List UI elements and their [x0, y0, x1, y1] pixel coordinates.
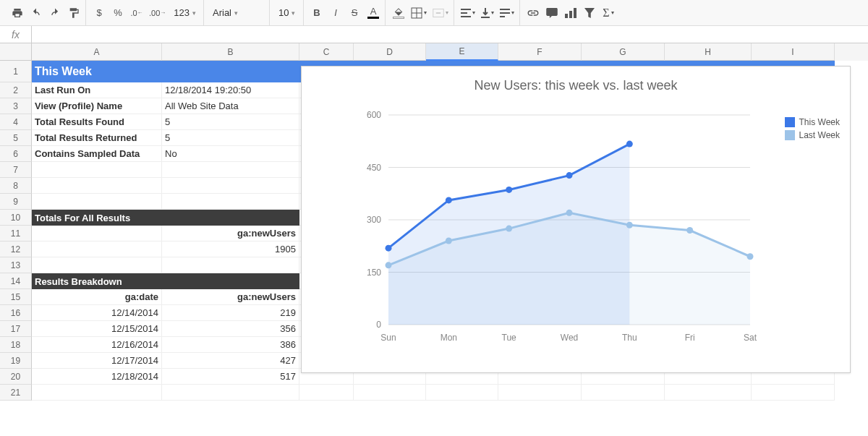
cell[interactable]: ga:newUsers — [162, 226, 299, 241]
col-header-H[interactable]: H — [665, 43, 752, 61]
cell[interactable] — [582, 385, 665, 401]
row-header-11[interactable]: 11 — [0, 226, 32, 241]
col-header-C[interactable]: C — [299, 43, 354, 61]
cell[interactable] — [665, 385, 752, 401]
percent-icon[interactable]: % — [109, 4, 127, 22]
col-header-I[interactable]: I — [752, 43, 835, 61]
cell[interactable] — [32, 385, 162, 401]
cell[interactable]: 12/16/2014 — [32, 337, 162, 353]
paint-format-icon[interactable] — [65, 4, 82, 22]
row-header-7[interactable]: 7 — [0, 162, 32, 178]
cell[interactable]: 427 — [162, 353, 299, 369]
cell[interactable] — [32, 226, 162, 241]
cell[interactable]: Contains Sampled Data — [32, 146, 162, 162]
cell[interactable] — [162, 385, 299, 401]
merge-cells-icon[interactable]: ▾ — [430, 4, 451, 22]
col-header-D[interactable]: D — [354, 43, 426, 61]
row-header-2[interactable]: 2 — [0, 82, 32, 98]
cell[interactable] — [498, 385, 582, 401]
cell[interactable] — [162, 178, 299, 194]
col-header-E[interactable]: E — [426, 43, 498, 61]
row-header-5[interactable]: 5 — [0, 130, 32, 146]
row-header-13[interactable]: 13 — [0, 257, 32, 273]
text-wrap-icon[interactable]: ▾ — [498, 4, 516, 22]
cell[interactable]: Last Run On — [32, 82, 162, 98]
cell[interactable]: 12/15/2014 — [32, 321, 162, 337]
cell[interactable]: Total Results Found — [32, 114, 162, 130]
cell[interactable]: 5 — [162, 130, 299, 146]
cell[interactable]: 5 — [162, 114, 299, 130]
link-icon[interactable] — [524, 4, 542, 22]
row-header-4[interactable]: 4 — [0, 114, 32, 130]
comment-icon[interactable] — [543, 4, 561, 22]
cell[interactable]: Totals For All Results — [32, 210, 299, 226]
col-header-A[interactable]: A — [32, 43, 162, 61]
font-size-select[interactable]: 10▾ — [274, 4, 300, 22]
chart-icon[interactable] — [562, 4, 579, 22]
cell[interactable]: 12/14/2014 — [32, 305, 162, 321]
borders-icon[interactable]: ▾ — [409, 4, 429, 22]
number-format-select[interactable]: 123▾ — [169, 4, 200, 22]
col-header-G[interactable]: G — [582, 43, 665, 61]
cell[interactable]: View (Profile) Name — [32, 98, 162, 114]
functions-icon[interactable]: Σ▾ — [600, 4, 617, 22]
row-header-16[interactable]: 16 — [0, 305, 32, 321]
print-icon[interactable] — [9, 4, 26, 22]
font-select[interactable]: Arial▾ — [208, 4, 266, 22]
h-align-icon[interactable]: ▾ — [459, 4, 477, 22]
cell[interactable] — [162, 162, 299, 178]
chart[interactable]: New Users: this week vs. last week 01503… — [301, 66, 851, 373]
cell[interactable]: 219 — [162, 305, 299, 321]
cell[interactable]: 1905 — [162, 241, 299, 257]
cell[interactable]: ga:newUsers — [162, 289, 299, 305]
row-header-17[interactable]: 17 — [0, 321, 32, 337]
cell[interactable] — [32, 178, 162, 194]
italic-icon[interactable]: I — [327, 4, 344, 22]
row-header-21[interactable]: 21 — [0, 385, 32, 401]
row-header-20[interactable]: 20 — [0, 369, 32, 385]
cell[interactable]: ga:date — [32, 289, 162, 305]
cell[interactable]: 12/18/2014 19:20:50 — [162, 82, 299, 98]
row-header-1[interactable]: 1 — [0, 61, 32, 82]
cell[interactable]: No — [162, 146, 299, 162]
cell[interactable] — [299, 385, 354, 401]
filter-icon[interactable] — [581, 4, 598, 22]
undo-icon[interactable] — [27, 4, 45, 22]
cell[interactable] — [426, 385, 498, 401]
row-header-14[interactable]: 14 — [0, 273, 32, 289]
col-header-F[interactable]: F — [498, 43, 582, 61]
fill-color-icon[interactable] — [390, 4, 407, 22]
bold-icon[interactable]: B — [308, 4, 326, 22]
text-color-icon[interactable]: A — [365, 4, 382, 22]
cell[interactable] — [32, 241, 162, 257]
strikethrough-icon[interactable]: S — [346, 4, 363, 22]
row-header-10[interactable]: 10 — [0, 210, 32, 226]
increase-decimal-icon[interactable]: .00→ — [147, 4, 168, 22]
cell[interactable] — [32, 162, 162, 178]
row-header-9[interactable]: 9 — [0, 194, 32, 210]
row-header-12[interactable]: 12 — [0, 241, 32, 257]
cell[interactable] — [162, 257, 299, 273]
v-align-icon[interactable]: ▾ — [479, 4, 496, 22]
cell[interactable] — [32, 257, 162, 273]
decrease-decimal-icon[interactable]: .0← — [128, 4, 145, 22]
row-header-3[interactable]: 3 — [0, 98, 32, 114]
row-header-8[interactable]: 8 — [0, 178, 32, 194]
cell[interactable] — [162, 194, 299, 210]
row-header-6[interactable]: 6 — [0, 146, 32, 162]
cell[interactable]: 517 — [162, 369, 299, 385]
cell[interactable]: 12/18/2014 — [32, 369, 162, 385]
cell[interactable] — [752, 385, 835, 401]
select-all-corner[interactable] — [0, 43, 32, 61]
row-header-18[interactable]: 18 — [0, 337, 32, 353]
row-header-15[interactable]: 15 — [0, 289, 32, 305]
cell[interactable]: Results Breakdown — [32, 273, 299, 289]
redo-icon[interactable] — [46, 4, 64, 22]
cell[interactable]: 12/17/2014 — [32, 353, 162, 369]
col-header-B[interactable]: B — [162, 43, 299, 61]
cell[interactable] — [32, 194, 162, 210]
currency-icon[interactable]: $ — [90, 4, 108, 22]
cell[interactable]: 386 — [162, 337, 299, 353]
cell[interactable] — [354, 385, 426, 401]
cell[interactable]: All Web Site Data — [162, 98, 299, 114]
